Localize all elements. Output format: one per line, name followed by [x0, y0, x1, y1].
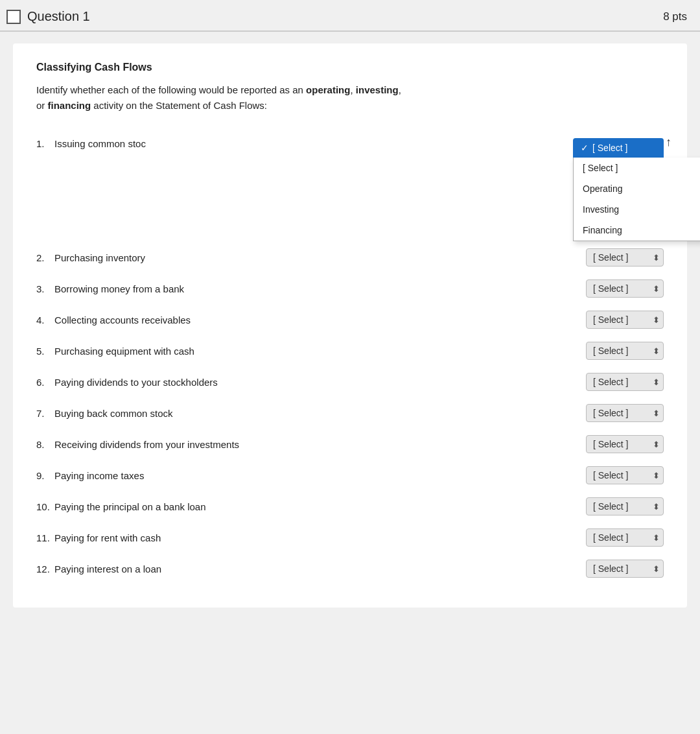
q6-select-wrapper[interactable]: [ Select ] Operating Investing Financing…	[586, 373, 664, 391]
q11-number: 11.	[36, 532, 54, 543]
q7-select-wrapper[interactable]: [ Select ] Operating Investing Financing…	[586, 404, 664, 422]
q1-dropdown-label: [ Select ]	[592, 143, 627, 153]
q4-text: Collecting accounts receivables	[54, 314, 582, 326]
question-item-10: 10. Paying the principal on a bank loan …	[36, 491, 664, 522]
question-item-1: 1. Issuing common stoc ✓ [ Select ] ↑ [ …	[36, 132, 664, 242]
question-title: Question 1	[27, 9, 90, 24]
q1-text: Issuing common stoc	[54, 138, 569, 149]
q7-number: 7.	[36, 408, 54, 419]
section-title: Classifying Cash Flows	[36, 62, 664, 73]
q10-select[interactable]: [ Select ] Operating Investing Financing	[586, 497, 664, 515]
q3-select[interactable]: [ Select ] Operating Investing Financing	[586, 279, 664, 298]
q6-select[interactable]: [ Select ] Operating Investing Financing	[586, 373, 664, 391]
question-item-2: 2. Purchasing inventory [ Select ] Opera…	[36, 242, 664, 273]
question-header-left: Question 1	[6, 9, 90, 24]
q9-select[interactable]: [ Select ] Operating Investing Financing	[586, 466, 664, 484]
q9-number: 9.	[36, 470, 54, 481]
question-item-9: 9. Paying income taxes [ Select ] Operat…	[36, 460, 664, 491]
q3-number: 3.	[36, 283, 54, 294]
q11-select-wrapper[interactable]: [ Select ] Operating Investing Financing…	[586, 528, 664, 547]
pts-label: 8 pts	[663, 10, 687, 23]
question-item-6: 6. Paying dividends to your stockholders…	[36, 366, 664, 397]
question-header: Question 1 8 pts	[0, 0, 700, 32]
q1-dropdown-menu: [ Select ] Operating Investing Financing	[573, 158, 700, 241]
q1-number: 1.	[36, 138, 54, 149]
question-list: 1. Issuing common stoc ✓ [ Select ] ↑ [ …	[36, 132, 664, 584]
question-item-12: 12. Paying interest on a loan [ Select ]…	[36, 553, 664, 584]
q1-option-financing[interactable]: Financing	[574, 220, 700, 241]
q8-text: Receiving dividends from your investment…	[54, 439, 582, 450]
q11-text: Paying for rent with cash	[54, 532, 582, 543]
cursor-arrow: ↑	[666, 136, 671, 149]
q2-text: Purchasing inventory	[54, 252, 582, 263]
q1-option-select[interactable]: [ Select ]	[574, 158, 700, 178]
q8-number: 8.	[36, 439, 54, 450]
q3-text: Borrowing money from a bank	[54, 283, 582, 294]
q4-select[interactable]: [ Select ] Operating Investing Financing	[586, 311, 664, 329]
q5-select-wrapper[interactable]: [ Select ] Operating Investing Financing…	[586, 342, 664, 360]
q12-text: Paying interest on a loan	[54, 563, 582, 574]
q10-number: 10.	[36, 501, 54, 512]
q8-select-wrapper[interactable]: [ Select ] Operating Investing Financing…	[586, 435, 664, 453]
q1-checkmark: ✓	[581, 143, 589, 153]
question-item-5: 5. Purchasing equipment with cash [ Sele…	[36, 335, 664, 366]
q9-text: Paying income taxes	[54, 470, 582, 481]
q10-select-wrapper[interactable]: [ Select ] Operating Investing Financing…	[586, 497, 664, 515]
q9-select-wrapper[interactable]: [ Select ] Operating Investing Financing…	[586, 466, 664, 484]
q12-select-wrapper[interactable]: [ Select ] Operating Investing Financing…	[586, 560, 664, 578]
q7-text: Buying back common stock	[54, 408, 582, 419]
q2-select-wrapper[interactable]: [ Select ] Operating Investing Financing…	[586, 248, 664, 266]
bold-operating: operating	[306, 84, 350, 95]
q12-select[interactable]: [ Select ] Operating Investing Financing	[586, 560, 664, 578]
q1-dropdown-trigger[interactable]: ✓ [ Select ] ↑	[573, 138, 664, 158]
q12-number: 12.	[36, 563, 54, 574]
question-item-8: 8. Receiving dividends from your investm…	[36, 429, 664, 460]
question-item-11: 11. Paying for rent with cash [ Select ]…	[36, 522, 664, 553]
q2-select[interactable]: [ Select ] Operating Investing Financing	[586, 248, 664, 266]
question-item-3: 3. Borrowing money from a bank [ Select …	[36, 273, 664, 304]
q3-select-wrapper[interactable]: [ Select ] Operating Investing Financing…	[586, 279, 664, 298]
bold-investing: investing	[356, 84, 399, 95]
q5-select[interactable]: [ Select ] Operating Investing Financing	[586, 342, 664, 360]
q4-number: 4.	[36, 314, 54, 326]
q4-select-wrapper[interactable]: [ Select ] Operating Investing Financing…	[586, 311, 664, 329]
q6-number: 6.	[36, 377, 54, 388]
q2-number: 2.	[36, 252, 54, 263]
content-area: Classifying Cash Flows Identify whether …	[13, 43, 687, 608]
q5-text: Purchasing equipment with cash	[54, 346, 582, 357]
q10-text: Paying the principal on a bank loan	[54, 501, 582, 512]
question-item-7: 7. Buying back common stock [ Select ] O…	[36, 397, 664, 429]
question-item-4: 4. Collecting accounts receivables [ Sel…	[36, 304, 664, 335]
checkbox-icon	[6, 10, 21, 24]
q7-select[interactable]: [ Select ] Operating Investing Financing	[586, 404, 664, 422]
q1-dropdown-wrapper[interactable]: ✓ [ Select ] ↑ [ Select ] Operating Inve…	[573, 138, 664, 158]
q11-select[interactable]: [ Select ] Operating Investing Financing	[586, 528, 664, 547]
q5-number: 5.	[36, 346, 54, 357]
q1-option-operating[interactable]: Operating	[574, 178, 700, 199]
page-wrapper: Question 1 8 pts Classifying Cash Flows …	[0, 0, 700, 734]
bold-financing: financing	[48, 100, 91, 111]
q1-option-investing[interactable]: Investing	[574, 199, 700, 220]
instruction: Identify whether each of the following w…	[36, 82, 664, 113]
q6-text: Paying dividends to your stockholders	[54, 377, 582, 388]
q8-select[interactable]: [ Select ] Operating Investing Financing	[586, 435, 664, 453]
